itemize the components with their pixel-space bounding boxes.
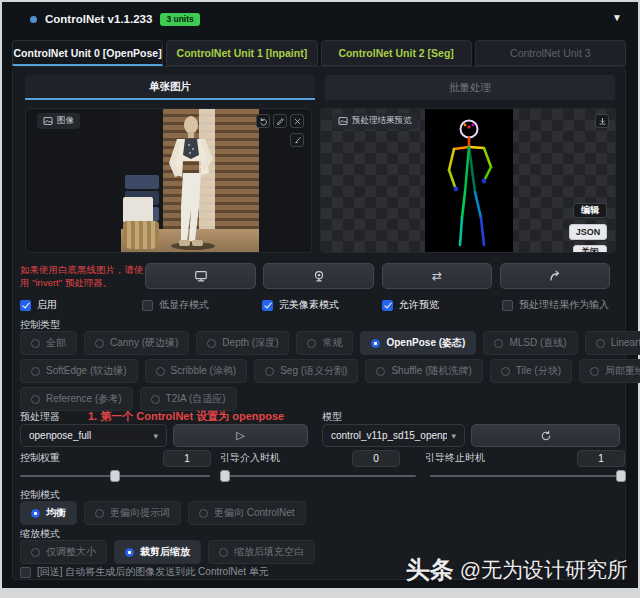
checkbox-allow-preview[interactable]: 允许预览 bbox=[382, 298, 439, 312]
chip-label: 全部 bbox=[46, 336, 66, 350]
resize-mode-just-resize[interactable]: 仅调整大小 bbox=[20, 540, 107, 564]
model-select[interactable]: control_v11p_sd15_openpose [ ▾ bbox=[322, 424, 465, 447]
control-type-softedge[interactable]: SoftEdge (软边缘) bbox=[20, 359, 138, 383]
control-type-openpose[interactable]: OpenPose (姿态) bbox=[360, 331, 476, 355]
invert-hint-text: 如果使用白底黑线图片，请使用 "invert" 预处理器。 bbox=[20, 263, 148, 289]
tab-unit-3[interactable]: ControlNet Unit 3 bbox=[475, 40, 626, 66]
remove-image-button[interactable] bbox=[290, 114, 304, 128]
checkbox-icon bbox=[20, 300, 31, 311]
refresh-icon bbox=[540, 430, 552, 442]
guidance-end-field: 引导终止时机 1 bbox=[425, 449, 625, 467]
checkbox-preview-as-input[interactable]: 预处理结果作为输入 bbox=[502, 298, 609, 312]
control-type-all[interactable]: 全部 bbox=[20, 331, 77, 355]
resize-mode-crop-resize[interactable]: 裁剪后缩放 bbox=[114, 540, 201, 564]
control-mode-row: 均衡 更偏向提示词 更偏向 ControlNet bbox=[20, 501, 306, 525]
preprocessor-preview-panel[interactable]: 预处理结果预览 bbox=[320, 108, 616, 253]
radio-icon bbox=[307, 339, 316, 348]
checkbox-enable[interactable]: 启用 bbox=[20, 298, 57, 312]
control-type-row-1: 全部 Canny (硬边缘) Depth (深度) 常规 OpenPose (姿… bbox=[20, 331, 640, 355]
control-type-reference[interactable]: Reference (参考) bbox=[20, 387, 133, 411]
refresh-models-button[interactable] bbox=[471, 424, 620, 447]
guidance-end-slider[interactable] bbox=[430, 470, 626, 482]
control-type-inpaint[interactable]: 局部重绘 bbox=[579, 359, 640, 383]
chip-label: Depth (深度) bbox=[222, 336, 278, 350]
slider-thumb[interactable] bbox=[220, 470, 230, 482]
watermark: 头条 @无为设计研究所 bbox=[406, 554, 628, 586]
radio-icon bbox=[31, 548, 40, 557]
slider-thumb[interactable] bbox=[110, 470, 120, 482]
control-mode-prompt[interactable]: 更偏向提示词 bbox=[84, 501, 181, 525]
radio-icon bbox=[31, 395, 40, 404]
chip-label: 均衡 bbox=[46, 506, 66, 520]
radio-icon bbox=[31, 509, 40, 518]
json-button[interactable]: JSON bbox=[569, 224, 607, 240]
run-preprocessor-button[interactable]: ▷ bbox=[173, 424, 308, 447]
download-button[interactable] bbox=[595, 114, 609, 128]
radio-icon bbox=[31, 367, 40, 376]
control-type-canny[interactable]: Canny (硬边缘) bbox=[84, 331, 189, 355]
radio-icon bbox=[207, 339, 216, 348]
resize-mode-resize-fill[interactable]: 缩放后填充空白 bbox=[208, 540, 315, 564]
radio-icon bbox=[590, 367, 599, 376]
control-mode-balanced[interactable]: 均衡 bbox=[20, 501, 77, 525]
radio-icon bbox=[151, 395, 160, 404]
control-type-shuffle[interactable]: Shuffle (随机洗牌) bbox=[365, 359, 482, 383]
brush-button[interactable] bbox=[290, 133, 304, 147]
tab-unit-1[interactable]: ControlNet Unit 1 [Inpaint] bbox=[166, 40, 317, 66]
control-type-depth[interactable]: Depth (深度) bbox=[196, 331, 289, 355]
control-type-tile[interactable]: Tile (分块) bbox=[490, 359, 572, 383]
radio-icon bbox=[376, 367, 385, 376]
close-preview-button[interactable]: 关闭 bbox=[573, 245, 607, 253]
tab-unit-2[interactable]: ControlNet Unit 2 [Seg] bbox=[321, 40, 472, 66]
preprocessor-value: openpose_full bbox=[29, 430, 149, 441]
checkbox-icon bbox=[262, 300, 273, 311]
slider-thumb[interactable] bbox=[616, 470, 626, 482]
guidance-start-input[interactable]: 0 bbox=[352, 450, 400, 467]
guidance-start-field: 引导介入时机 0 bbox=[220, 449, 400, 467]
checkbox-loopback[interactable]: [回送] 自动将生成后的图像发送到此 ControlNet 单元 bbox=[20, 565, 269, 579]
control-type-seg[interactable]: Seg (语义分割) bbox=[254, 359, 358, 383]
weight-slider[interactable] bbox=[20, 470, 210, 482]
open-canvas-button[interactable] bbox=[145, 263, 256, 289]
radio-icon bbox=[156, 367, 165, 376]
uploaded-photo bbox=[121, 109, 259, 252]
mirror-webcam-button[interactable]: ⇄ bbox=[382, 263, 492, 289]
control-mode-controlnet[interactable]: 更偏向 ControlNet bbox=[188, 501, 306, 525]
guidance-end-input[interactable]: 1 bbox=[577, 450, 625, 467]
model-value: control_v11p_sd15_openpose [ bbox=[331, 430, 447, 441]
input-image-panel[interactable]: 图像 bbox=[25, 108, 312, 253]
image-panel-label: 图像 bbox=[57, 115, 74, 127]
guidance-start-slider[interactable] bbox=[220, 470, 416, 482]
send-arrow-icon bbox=[548, 269, 562, 283]
control-type-label: 控制类型 bbox=[20, 318, 60, 332]
edit-pose-button[interactable]: 编辑 bbox=[573, 203, 607, 218]
undo-button[interactable] bbox=[256, 114, 270, 128]
radio-icon bbox=[95, 509, 104, 518]
tab-unit-0[interactable]: ControlNet Unit 0 [OpenPose] bbox=[12, 40, 163, 66]
control-type-t2ia[interactable]: T2IA (自适应) bbox=[140, 387, 237, 411]
tab-single-image[interactable]: 单张图片 bbox=[25, 75, 315, 100]
edit-image-button[interactable] bbox=[273, 114, 287, 128]
tab-batch-process[interactable]: 批量处理 bbox=[325, 75, 615, 100]
preprocessor-select[interactable]: openpose_full ▾ bbox=[20, 424, 167, 447]
collapse-arrow-icon[interactable]: ▼ bbox=[612, 12, 622, 23]
send-dimensions-button[interactable] bbox=[500, 263, 610, 289]
weight-input[interactable]: 1 bbox=[163, 450, 211, 467]
chip-label: 缩放后填充空白 bbox=[234, 545, 304, 559]
control-type-mlsd[interactable]: MLSD (直线) bbox=[483, 331, 577, 355]
control-type-normal[interactable]: 常规 bbox=[296, 331, 353, 355]
radio-icon bbox=[125, 548, 134, 557]
control-type-scribble[interactable]: Scribble (涂鸦) bbox=[145, 359, 248, 383]
chip-label: 更偏向提示词 bbox=[110, 506, 170, 520]
webcam-icon bbox=[312, 269, 326, 283]
control-type-lineart[interactable]: Lineart (线稿) bbox=[585, 331, 640, 355]
webcam-button[interactable] bbox=[263, 263, 374, 289]
image-panel-tag: 图像 bbox=[37, 113, 80, 129]
checkbox-low-vram[interactable]: 低显存模式 bbox=[142, 298, 209, 312]
checkbox-pixel-perfect[interactable]: 完美像素模式 bbox=[262, 298, 339, 312]
control-mode-label: 控制模式 bbox=[20, 488, 60, 502]
chip-label: Lineart (线稿) bbox=[611, 336, 640, 350]
extension-header[interactable]: ControlNet v1.1.233 3 units bbox=[30, 13, 200, 26]
radio-icon bbox=[371, 339, 380, 348]
checkbox-icon bbox=[502, 300, 513, 311]
